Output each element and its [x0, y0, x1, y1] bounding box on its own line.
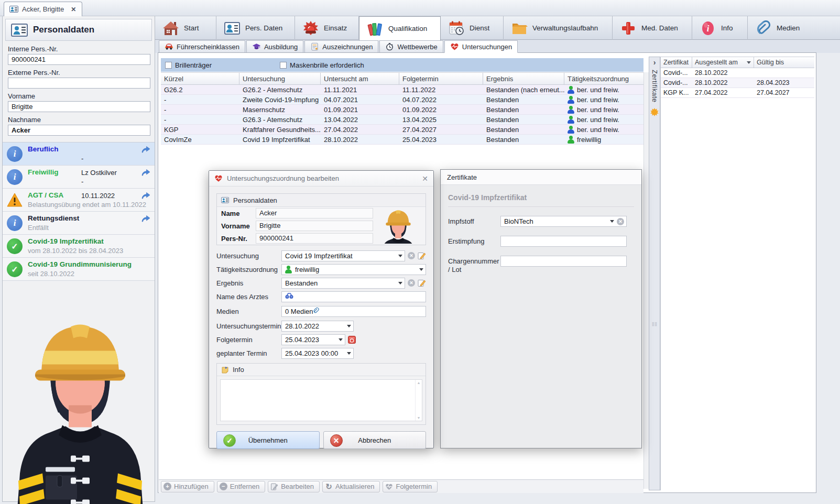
chevron-down-icon[interactable] — [398, 282, 402, 284]
column-header-taetigkeitszuordnung[interactable]: Tätigkeitszuordnung — [564, 73, 643, 84]
tab-start[interactable]: Start — [155, 16, 216, 40]
table-row[interactable]: - G26.3 - Atemschutz 13.04.2022 13.04.20… — [161, 115, 643, 125]
clear-icon[interactable]: ✕ — [408, 252, 415, 259]
tab-info[interactable]: i Info — [692, 16, 748, 40]
clear-icon[interactable]: ✕ — [408, 279, 415, 287]
table-row[interactable]: - Masernschutz 01.09.2021 01.09.2022 Bes… — [161, 105, 643, 115]
geplanter-termin-combo[interactable]: 25.04.2023 00:00 — [281, 348, 354, 359]
table-row[interactable]: - Zweite Covid-19-Impfung 04.07.2021 04.… — [161, 95, 643, 105]
untersuchung-label: Untersuchung — [216, 252, 281, 260]
untersuchungstermin-combo[interactable]: 28.10.2022 — [281, 321, 354, 332]
status-item-freiwillig[interactable]: i Freiwillig Lz Ostkilver - — [3, 166, 155, 189]
column-header-gueltig-bis[interactable]: Gültig bis — [754, 57, 814, 68]
column-header-ausgestellt-am[interactable]: Ausgestellt am — [692, 57, 754, 68]
dialog-title-bar[interactable]: Untersuchungszuordnung bearbeiten ✕ — [209, 171, 433, 187]
folgetermin-button[interactable]: Folgetermin — [383, 481, 438, 492]
clear-icon[interactable]: ✕ — [617, 218, 624, 225]
status-item-covid-grundimmunisierung[interactable]: ✓ Covid-19 Grundimmunisierung seit 28.10… — [3, 258, 155, 281]
column-header-folgetermin[interactable]: Folgetermin — [399, 73, 483, 84]
arzt-field[interactable] — [281, 291, 426, 302]
column-header-untersuchung[interactable]: Untersuchung — [239, 73, 321, 84]
cert-row[interactable]: Covid-... 28.10.2022 — [661, 68, 814, 78]
close-icon[interactable]: ✕ — [422, 174, 428, 183]
hinzufuegen-button[interactable]: +Hinzufügen — [161, 481, 214, 492]
untersuchung-combo[interactable]: Covid 19 Impfzertifikat — [281, 250, 405, 261]
tab-medien[interactable]: Medien — [748, 16, 833, 40]
status-item-agt-csa[interactable]: AGT / CSA 10.11.2022 Belastungsübung end… — [3, 189, 155, 212]
medien-label: Medien — [216, 308, 281, 315]
calendar-clock-icon — [448, 20, 465, 36]
jump-arrow-icon[interactable] — [141, 146, 150, 155]
table-row[interactable]: KGP Kraftfahrer Gesundheits... 27.04.202… — [161, 125, 643, 135]
tab-fuehrerscheinklassen[interactable]: Führerscheinklassen — [159, 40, 245, 53]
checkbox-brillentraeger[interactable] — [165, 62, 172, 69]
maskenbrille-checkbox-group[interactable]: Maskenbrille erforderlich — [280, 61, 364, 69]
externe-persnr-field[interactable] — [8, 78, 150, 89]
binoculars-icon[interactable] — [285, 293, 293, 301]
jump-arrow-icon[interactable] — [141, 169, 150, 178]
folgetermin-combo[interactable]: 25.04.2023 — [281, 334, 345, 345]
brillentraeger-checkbox-group[interactable]: Brillenträger — [165, 61, 212, 69]
textarea-scrollbar[interactable]: ▲▼ — [415, 380, 422, 421]
close-icon[interactable]: ✕ — [71, 6, 76, 13]
entfernen-button[interactable]: −Entfernen — [217, 481, 265, 492]
tab-qualifikation[interactable]: Qualifikation — [359, 16, 441, 40]
tab-verwaltungslaufbahn[interactable]: Verwaltungslaufbahn — [504, 16, 613, 40]
tab-untersuchungen[interactable]: Untersuchungen — [444, 40, 518, 53]
medien-field[interactable]: 0 Medien — [281, 306, 426, 317]
impfstoff-combo[interactable]: BioNTech ✕ — [500, 216, 627, 227]
tab-ausbildung[interactable]: Ausbildung — [246, 40, 303, 53]
chevron-down-icon[interactable] — [347, 325, 351, 327]
jump-arrow-icon[interactable] — [141, 215, 150, 224]
chevron-right-icon[interactable]: › — [653, 58, 656, 67]
chevron-down-icon[interactable] — [339, 338, 343, 341]
status-item-beruflich[interactable]: i Beruflich - — [3, 143, 155, 166]
column-header-kuerzel[interactable]: Kürzel — [161, 73, 239, 84]
tab-wettbewerbe[interactable]: Wettbewerbe — [379, 40, 443, 53]
tab-dienst[interactable]: Dienst — [441, 16, 504, 40]
column-header-zertifikat[interactable]: Zertifikat — [661, 57, 692, 68]
uebernehmen-button[interactable]: ✓ Übernehmen — [216, 431, 320, 449]
document-tab-acker-brigitte[interactable]: Acker, Brigitte ✕ — [4, 2, 82, 16]
chevron-down-icon[interactable] — [398, 255, 402, 257]
abbrechen-button[interactable]: ✕ Abbrechen — [323, 431, 427, 449]
vorname-field[interactable] — [8, 101, 150, 112]
chevron-down-icon[interactable] — [419, 268, 423, 271]
vertical-scrollbar[interactable] — [643, 72, 649, 489]
status-item-covid-impfzertifikat[interactable]: ✓ Covid-19 Impfzertifikat vom 28.10.2022… — [3, 235, 155, 258]
nachname-field[interactable] — [8, 125, 150, 136]
table-row[interactable]: G26.2 G26.2 - Atemschutz 11.11.2021 11.1… — [161, 85, 643, 95]
interne-persnr-field[interactable] — [8, 54, 150, 65]
chargennummer-field[interactable] — [500, 256, 627, 267]
tab-label: Einsatz — [324, 24, 347, 32]
table-row[interactable]: CovImZe Covid 19 Impfzertifikat 28.10.20… — [161, 135, 643, 145]
tab-einsatz[interactable]: Einsatz — [295, 16, 359, 40]
aktualisieren-button[interactable]: ↻Aktualisieren — [322, 481, 380, 492]
untersuchungstermin-label: Untersuchungstermin — [216, 322, 281, 330]
column-header-untersucht-am[interactable]: Untersucht am — [321, 73, 399, 84]
ergebnis-combo[interactable]: Bestanden — [281, 278, 405, 289]
reset-date-icon[interactable] — [348, 336, 356, 344]
edit-icon[interactable] — [418, 279, 426, 287]
edit-icon[interactable] — [418, 251, 426, 260]
splitter-grip[interactable]: ⣿⣿ — [652, 323, 657, 325]
bearbeiten-button[interactable]: Bearbeiten — [268, 481, 320, 492]
personaldaten-group-header: Personaldaten — [217, 194, 426, 207]
info-textarea[interactable]: ▲▼ — [220, 379, 422, 421]
tab-med-daten[interactable]: Med. Daten — [613, 16, 692, 40]
cert-row[interactable]: Covid-... 28.10.2022 28.04.2023 — [661, 78, 814, 88]
status-item-rettungsdienst[interactable]: i Rettungsdienst Entfällt — [3, 212, 155, 235]
chevron-down-icon[interactable] — [610, 220, 614, 223]
column-header-ergebnis[interactable]: Ergebnis — [483, 73, 564, 84]
tab-auszeichnungen[interactable]: Auszeichnungen — [304, 40, 378, 53]
jump-arrow-icon[interactable] — [141, 192, 150, 201]
erstimpfung-field[interactable] — [500, 236, 627, 247]
cert-row[interactable]: KGP K... 27.04.2022 27.04.2027 — [661, 88, 814, 98]
taetigkeitszuordnung-combo[interactable]: freiwillig — [281, 264, 426, 275]
zertifikate-strip[interactable]: › Zertifikate ⣿⣿ — [649, 57, 660, 490]
chevron-down-icon[interactable] — [347, 352, 351, 355]
checkbox-maskenbrille[interactable] — [280, 62, 287, 69]
paperclip-icon[interactable] — [313, 307, 320, 316]
tab-pers-daten[interactable]: Pers. Daten — [216, 16, 295, 40]
ergebnis-label: Ergebnis — [216, 279, 281, 287]
